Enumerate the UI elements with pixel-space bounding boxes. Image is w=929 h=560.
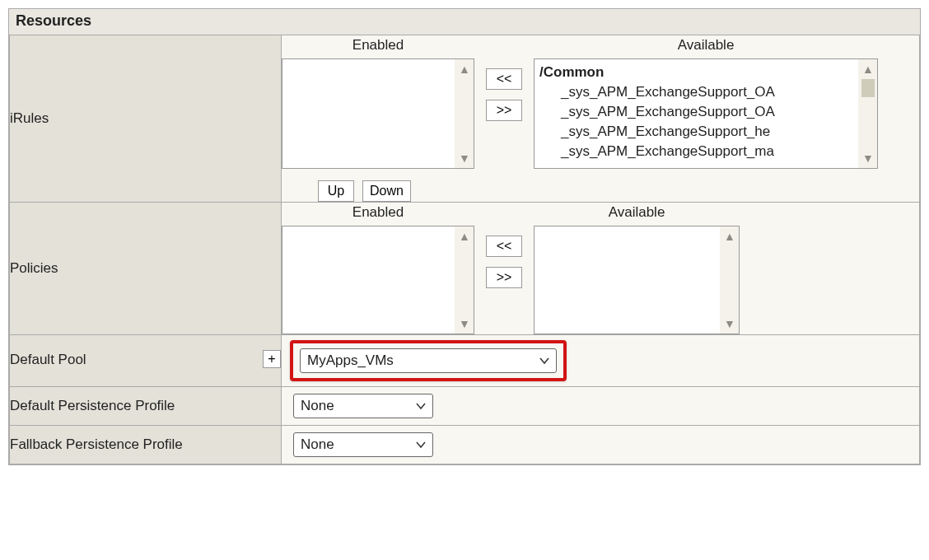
list-group: /Common [539,63,856,82]
policies-enabled-list[interactable]: ▲ ▼ [282,226,474,334]
chevron-down-icon [415,400,427,412]
move-left-button[interactable]: << [486,68,522,90]
label-default-pool-text: Default Pool [10,352,86,367]
field-default-pool: MyApps_VMs [282,335,920,387]
fallback-persist-value: None [301,436,334,453]
scrollbar[interactable]: ▲ ▼ [720,226,739,334]
fallback-persist-select[interactable]: None [293,432,433,457]
label-policies: Policies [10,203,282,335]
label-default-pool: Default Pool + [10,335,282,387]
policies-enabled-header: Enabled [282,203,474,226]
list-item[interactable]: _sys_APM_ExchangeSupport_ma [539,142,856,161]
irules-available-list[interactable]: /Common _sys_APM_ExchangeSupport_OA _sys… [534,58,878,169]
scroll-down-icon[interactable]: ▼ [459,148,470,168]
highlight-default-pool: MyApps_VMs [290,340,567,381]
scroll-down-icon[interactable]: ▼ [459,314,470,334]
field-irules: Enabled ▲ ▼ [282,35,920,203]
resources-panel: Resources iRules Enabled ▲ [8,8,921,465]
row-irules: iRules Enabled ▲ ▼ [10,35,920,203]
move-right-button[interactable]: >> [486,267,522,288]
chevron-down-icon [415,439,427,450]
scrollbar[interactable]: ▲ ▼ [858,59,877,168]
move-right-button[interactable]: >> [486,100,522,121]
scrollbar[interactable]: ▲ ▼ [455,59,474,168]
scroll-up-icon[interactable]: ▲ [459,59,470,79]
field-policies: Enabled ▲ ▼ << [282,203,920,335]
default-pool-select[interactable]: MyApps_VMs [300,348,557,373]
irules-available-items: /Common _sys_APM_ExchangeSupport_OA _sys… [539,63,856,166]
resources-table: iRules Enabled ▲ ▼ [9,35,920,464]
label-default-persist: Default Persistence Profile [10,387,282,426]
panel-title: Resources [9,9,920,35]
row-default-persist: Default Persistence Profile None [10,387,920,426]
list-item[interactable]: _sys_APM_ExchangeSupport_he [539,122,856,142]
policies-available-list[interactable]: ▲ ▼ [534,226,740,334]
irules-available-header: Available [534,35,878,58]
row-default-pool: Default Pool + MyApps_VMs [10,335,920,387]
field-default-persist: None [282,387,920,426]
list-item[interactable]: _sys_APM_ExchangeSupport_OA [539,82,856,102]
scroll-down-icon[interactable]: ▼ [862,148,874,168]
irules-enabled-list[interactable]: ▲ ▼ [282,58,474,169]
scroll-up-icon[interactable]: ▲ [724,226,735,246]
label-fallback-persist: Fallback Persistence Profile [10,426,282,464]
row-policies: Policies Enabled ▲ ▼ [10,203,920,335]
scroll-up-icon[interactable]: ▲ [862,59,874,79]
scroll-up-icon[interactable]: ▲ [459,226,470,246]
policies-available-header: Available [534,203,740,226]
irules-enabled-items [287,63,452,166]
scrollbar[interactable]: ▲ ▼ [455,226,474,334]
row-fallback-persist: Fallback Persistence Profile None [10,426,920,464]
label-irules: iRules [10,35,282,203]
scroll-down-icon[interactable]: ▼ [724,314,735,334]
down-button[interactable]: Down [362,180,411,202]
default-pool-value: MyApps_VMs [307,352,394,369]
up-button[interactable]: Up [318,180,354,202]
default-persist-select[interactable]: None [293,394,433,418]
list-item[interactable]: _sys_APM_ExchangeSupport_OA [539,102,856,122]
add-pool-button[interactable]: + [263,350,281,368]
chevron-down-icon [539,355,550,366]
field-fallback-persist: None [282,426,920,464]
irules-enabled-header: Enabled [282,35,474,58]
move-left-button[interactable]: << [486,236,522,257]
default-persist-value: None [301,398,334,414]
